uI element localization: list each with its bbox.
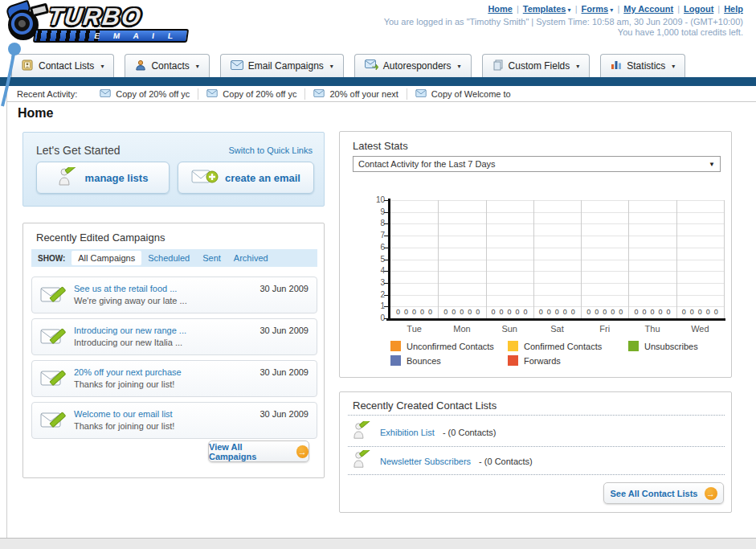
top-nav: Home|Templates ▾|Forms ▾|My Account|Logo… bbox=[488, 4, 743, 14]
filter-tab-all-campaigns[interactable]: All Campaigns bbox=[72, 251, 141, 265]
nav-link-logout[interactable]: Logout bbox=[684, 4, 713, 14]
h-gridline bbox=[390, 236, 724, 236]
campaign-date: 30 Jun 2009 bbox=[259, 284, 309, 293]
x-axis-category-label: Wed bbox=[676, 324, 724, 334]
campaign-title-link[interactable]: See us at the retail food ... bbox=[74, 284, 177, 293]
manage-lists-button[interactable]: manage lists bbox=[36, 162, 170, 194]
bar-value-label: 0 bbox=[603, 308, 607, 316]
legend-label: Unsubscribes bbox=[644, 342, 698, 351]
campaign-item[interactable]: Welcome to our email listThanks for join… bbox=[31, 402, 317, 439]
envelope-icon bbox=[231, 60, 243, 72]
envelope-pencil-icon bbox=[40, 326, 66, 350]
nav-link-my-account[interactable]: My Account bbox=[623, 4, 673, 14]
tab-autoresponders[interactable]: Autoresponders▾ bbox=[354, 54, 472, 77]
envelope-arrow-icon bbox=[365, 59, 378, 73]
tab-contact-lists[interactable]: Contact Lists▾ bbox=[11, 54, 114, 77]
x-axis-category-label: Mon bbox=[438, 324, 485, 334]
envelope-pencil-icon bbox=[40, 410, 66, 434]
pages-icon bbox=[492, 59, 504, 73]
legend-label: Confirmed Contacts bbox=[524, 342, 602, 351]
campaign-date: 30 Jun 2009 bbox=[259, 409, 309, 419]
v-gridline bbox=[628, 200, 629, 318]
bottom-strip bbox=[0, 539, 756, 549]
bar-chart-icon bbox=[611, 59, 622, 72]
tab-statistics[interactable]: Statistics▾ bbox=[600, 54, 685, 77]
legend-item: Forwards bbox=[508, 355, 628, 366]
h-gridline bbox=[390, 271, 724, 272]
campaign-subtitle: Thanks for joining our list! bbox=[74, 421, 174, 431]
bar-value-label: 0 bbox=[650, 308, 654, 316]
arrow-right-icon: → bbox=[705, 487, 717, 500]
tab-custom-fields[interactable]: Custom Fields▾ bbox=[482, 54, 590, 77]
recent-campaigns-title: Recently Edited Campaigns bbox=[36, 231, 165, 244]
see-all-contact-lists-button[interactable]: See All Contact Lists → bbox=[603, 482, 724, 504]
legend-label: Bounces bbox=[407, 356, 441, 366]
legend-swatch bbox=[508, 355, 518, 366]
bar-value-label: 0 bbox=[508, 308, 512, 316]
campaign-subtitle: Thanks for joining our list! bbox=[74, 379, 174, 389]
recent-activity-item[interactable]: 20% off your next bbox=[304, 88, 406, 100]
recent-activity-item[interactable]: Copy of 20% off yc bbox=[92, 88, 198, 100]
nav-link-forms[interactable]: Forms bbox=[582, 4, 609, 14]
contact-list-name-link[interactable]: Newsletter Subscribers bbox=[380, 457, 471, 466]
tab-contacts[interactable]: Contacts▾ bbox=[125, 54, 209, 77]
login-status-text: You are logged in as "Timothy Smith" | S… bbox=[384, 17, 743, 27]
campaign-title-link[interactable]: Introducing our new range ... bbox=[74, 326, 186, 335]
manage-lists-label: manage lists bbox=[85, 172, 149, 184]
filter-tab-archived[interactable]: Archived bbox=[227, 251, 275, 265]
nav-separator: | bbox=[575, 4, 578, 14]
bar-value-label: 0 bbox=[476, 308, 480, 316]
bar-value-label: 0 bbox=[682, 308, 686, 316]
bar-value-label: 0 bbox=[658, 308, 662, 316]
recent-activity-item[interactable]: Copy of Welcome to bbox=[407, 88, 519, 100]
y-axis-tick-label: 7 bbox=[367, 231, 385, 240]
switch-quick-links-link[interactable]: Switch to Quick Links bbox=[228, 145, 313, 155]
legend-swatch bbox=[390, 355, 401, 366]
bar-value-label: 0 bbox=[516, 308, 520, 316]
x-axis-category-label: Fri bbox=[581, 324, 628, 334]
see-all-contact-lists-label: See All Contact Lists bbox=[610, 489, 697, 498]
bar-value-label: 0 bbox=[555, 308, 559, 316]
nav-link-templates[interactable]: Templates bbox=[523, 4, 566, 14]
nav-link-home[interactable]: Home bbox=[488, 4, 513, 14]
contact-list-name-link[interactable]: Exhibition List bbox=[380, 428, 435, 437]
h-gridline bbox=[390, 248, 724, 248]
y-axis-tick-label: 9 bbox=[367, 207, 385, 216]
bar-value-label: 0 bbox=[666, 308, 670, 316]
logo-speed-stripes bbox=[36, 31, 100, 41]
contact-list-item[interactable]: Newsletter Subscribers - (0 Contacts) bbox=[353, 450, 533, 473]
tab-email-campaigns[interactable]: Email Campaigns▾ bbox=[220, 54, 344, 77]
person-pencil-icon bbox=[353, 450, 372, 473]
dotted-divider bbox=[348, 474, 725, 475]
show-label: SHOW: bbox=[38, 254, 65, 263]
view-all-campaigns-button[interactable]: View All Campaigns → bbox=[208, 440, 309, 462]
nav-separator: | bbox=[717, 4, 720, 14]
campaign-title-link[interactable]: 20% off your next purchase bbox=[74, 367, 182, 377]
bar-value-label: 0 bbox=[595, 308, 599, 316]
filter-tab-scheduled[interactable]: Scheduled bbox=[141, 251, 196, 265]
bar-value-label: 0 bbox=[698, 308, 702, 316]
campaign-item[interactable]: 20% off your next purchaseThanks for joi… bbox=[31, 360, 317, 397]
tab-label: Statistics bbox=[627, 60, 665, 72]
y-axis-tick bbox=[384, 260, 388, 260]
filter-tab-sent[interactable]: Sent bbox=[196, 251, 227, 265]
y-axis-tick bbox=[384, 248, 388, 248]
y-axis-tick-label: 5 bbox=[367, 255, 385, 264]
campaign-item[interactable]: See us at the retail food ...We're givin… bbox=[31, 277, 317, 313]
recent-contact-lists-title: Recently Created Contact Lists bbox=[353, 399, 497, 412]
v-gridline bbox=[533, 200, 534, 318]
bar-value-label: 0 bbox=[404, 308, 408, 316]
campaign-title-link[interactable]: Welcome to our email list bbox=[74, 409, 173, 419]
create-email-button[interactable]: create an email bbox=[178, 162, 314, 194]
tab-label: Email Campaigns bbox=[248, 60, 324, 72]
recent-activity-item[interactable]: Copy of 20% off yc bbox=[198, 88, 304, 100]
nav-link-help[interactable]: Help bbox=[724, 4, 743, 14]
contact-list-count: - (0 Contacts) bbox=[479, 457, 533, 466]
y-axis-tick bbox=[384, 271, 388, 272]
recent-activity-item-label: Copy of Welcome to bbox=[431, 89, 511, 99]
chevron-down-icon: ▾ bbox=[100, 63, 104, 70]
y-axis-tick bbox=[384, 295, 388, 296]
contact-list-item[interactable]: Exhibition List - (0 Contacts) bbox=[353, 421, 497, 444]
view-all-campaigns-label: View All Campaigns bbox=[209, 442, 290, 461]
campaign-item[interactable]: Introducing our new range ...Introducing… bbox=[31, 318, 317, 355]
